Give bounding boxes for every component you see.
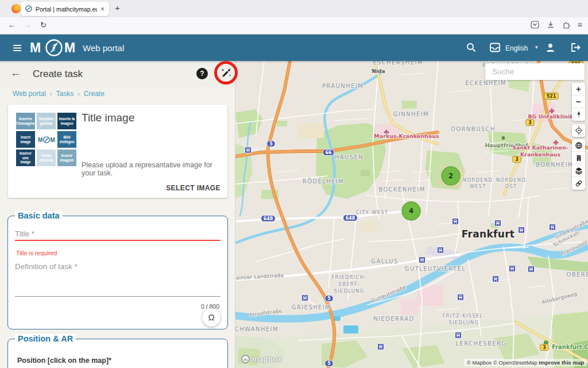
cluster-marker[interactable]: 2	[442, 167, 460, 185]
inbox-icon[interactable]	[490, 43, 500, 55]
map-label: GUTLEUTVIERTEL	[405, 266, 466, 272]
brand-text: Web portal	[83, 43, 124, 53]
globe-button[interactable]	[572, 139, 585, 152]
mapbox-logo[interactable]: m mapbox	[241, 355, 282, 363]
buildings-button[interactable]	[572, 152, 585, 164]
svg-text:5: 5	[327, 361, 331, 366]
title-image-tile-logo: MM	[37, 131, 56, 148]
page-title: Create task	[33, 68, 83, 80]
map-label: SIEDLUNG	[334, 288, 365, 294]
improve-map-link[interactable]: Improve this map	[539, 359, 584, 366]
map-label: LERCHESBERG	[456, 340, 507, 347]
zoom-in-button[interactable]: +	[572, 83, 585, 95]
station-icon	[519, 227, 525, 233]
new-tab-button[interactable]: +	[115, 3, 120, 13]
title-error: Title is required	[16, 250, 57, 256]
map-label: RÖDELHEIM	[303, 178, 344, 185]
annotation-circle	[214, 61, 238, 85]
definition-textarea[interactable]	[15, 262, 220, 297]
road-shield: 5	[325, 361, 333, 367]
svg-text:M: M	[64, 40, 75, 55]
map-label: NORDEND	[463, 177, 493, 183]
user-icon[interactable]	[546, 43, 555, 55]
map-label: BOCKENHEIM	[378, 186, 425, 193]
map-search-input[interactable]	[485, 63, 585, 80]
browser-toolbar: ← → ↻ ā https://mathcitymap.eu/en/portal…	[0, 17, 588, 34]
search-icon[interactable]	[466, 43, 476, 55]
breadcrumb-web-portal[interactable]: Web portal	[13, 90, 46, 98]
back-button[interactable]: ←	[10, 67, 21, 79]
pocket-icon[interactable]	[531, 21, 539, 29]
title-image-tile: Insert image	[16, 131, 35, 148]
extensions-puzzle-icon[interactable]	[562, 21, 570, 29]
svg-text:521: 521	[547, 94, 556, 99]
zoom-out-button[interactable]: −	[572, 95, 585, 108]
geolocate-button[interactable]	[572, 124, 585, 137]
svg-text:M: M	[38, 137, 42, 143]
create-task-panel: ← Create task ? Web portal›Tasks›Create …	[0, 61, 235, 368]
breadcrumb-tasks[interactable]: Tasks	[56, 90, 74, 98]
site-favicon	[25, 4, 32, 14]
title-image-heading: Title image	[82, 112, 134, 124]
breadcrumb-create[interactable]: Create	[84, 90, 105, 98]
map-label: SIEDLUNG	[449, 320, 479, 325]
svg-text:648: 648	[264, 216, 273, 221]
station-icon	[509, 266, 516, 272]
language-selector[interactable]: English	[505, 44, 528, 52]
svg-text:66: 66	[325, 150, 332, 155]
select-image-button[interactable]: SELECT IMAGE	[166, 184, 220, 192]
tab-close-button[interactable]: ×	[100, 5, 105, 13]
compass-button[interactable]	[572, 108, 585, 121]
title-image-tile: Insérer une image	[16, 150, 35, 166]
map-label: OST	[505, 183, 517, 189]
map-label: BG Unfallklinik	[528, 113, 574, 120]
road-shield: 66	[323, 150, 334, 156]
firefox-icon	[11, 4, 21, 13]
reload-icon[interactable]: ↻	[40, 21, 47, 29]
map-label: HAUSEN	[335, 154, 363, 160]
title-input[interactable]	[15, 228, 220, 241]
svg-text:2: 2	[448, 172, 453, 180]
svg-text:m: m	[243, 357, 247, 362]
title-image-tile: Bild einfügen	[57, 131, 76, 148]
map-tool-controls	[572, 139, 585, 190]
road-shield: 648	[343, 215, 358, 221]
svg-text:3: 3	[543, 345, 546, 350]
station-icon	[528, 266, 535, 273]
map-label: Frankfurt City	[552, 344, 588, 350]
road-shield: 5	[325, 296, 333, 302]
title-image-card: Inserire l'immagineSisipkan gambarInsert…	[8, 105, 227, 198]
browser-menu-icon[interactable]: ≡	[578, 20, 582, 29]
road-shield: 648	[261, 216, 276, 222]
back-nav-icon[interactable]: ←	[8, 21, 16, 29]
map-label: CITY WEST	[356, 209, 389, 215]
layers-button[interactable]	[572, 164, 585, 177]
cluster-marker[interactable]: 4	[402, 202, 420, 220]
station-icon	[438, 247, 444, 254]
station-icon	[455, 332, 462, 339]
chevron-down-icon[interactable]: ▾	[535, 44, 538, 50]
basic-data-fieldset: Basic data Title is required 0 / 800 Ω	[7, 216, 228, 329]
map-label: PRAUNHEIM	[322, 83, 363, 89]
forward-nav-icon[interactable]: →	[24, 21, 32, 29]
link-button[interactable]	[572, 177, 585, 190]
help-button[interactable]: ?	[196, 68, 208, 79]
svg-text:3: 3	[515, 157, 519, 162]
map-label: Frankfurt	[462, 228, 515, 240]
special-chars-button[interactable]: Ω	[202, 308, 220, 327]
station-icon	[495, 220, 501, 227]
station-icon	[419, 257, 425, 263]
download-icon[interactable]	[547, 21, 555, 29]
map-canvas[interactable]: 52152133356664864855ESCHERSHEIMPREUNGESH…	[235, 61, 588, 368]
map-label: Krankenhaus	[520, 151, 560, 158]
browser-tab[interactable]: Portal | mathcitymap.eu ×	[21, 2, 109, 16]
map-label: FRITZ-KISSEL-	[443, 313, 486, 319]
map-label: Sankt Katharinen-	[512, 144, 568, 151]
map-zoom-controls: + −	[572, 83, 585, 121]
title-image-tile: Inserire l'immagine	[16, 113, 35, 129]
map-label: FRIEDRICH-	[331, 274, 366, 280]
title-image-hint: Please upload a represantative image for…	[82, 161, 220, 177]
logout-icon[interactable]	[570, 43, 581, 55]
map-label: NIEDERRAD	[373, 316, 414, 322]
app-menu-icon[interactable]	[13, 44, 22, 54]
